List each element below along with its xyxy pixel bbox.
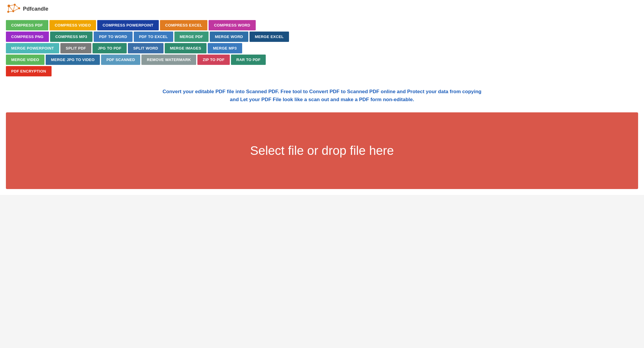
nav-pdf-scanned[interactable]: PDF SCANNED (101, 55, 140, 65)
nav-remove-watermark[interactable]: REMOVE WATERMARK (141, 55, 196, 65)
nav-compress-powerpoint[interactable]: COMPRESS POWERPOINT (97, 20, 159, 30)
nav-compress-video[interactable]: COMPRESS VIDEO (49, 20, 96, 30)
nav-merge-mp3[interactable]: MERGE MP3 (208, 43, 242, 53)
logo-icon (6, 3, 21, 15)
drop-zone-text: Select file or drop file here (250, 144, 394, 158)
nav-merge-images[interactable]: MERGE IMAGES (165, 43, 207, 53)
nav-jpg-to-pdf[interactable]: JPG TO PDF (93, 43, 127, 53)
header: Pdfcandle (0, 0, 644, 18)
nav-compress-png[interactable]: COMPRESS PNG (6, 32, 49, 42)
svg-line-6 (15, 5, 19, 8)
svg-line-7 (9, 6, 13, 11)
nav-zip-to-pdf[interactable]: ZIP TO PDF (197, 55, 230, 65)
nav-pdf-to-excel[interactable]: PDF TO EXCEL (134, 32, 173, 42)
nav-compress-word[interactable]: COMPRESS WORD (209, 20, 255, 30)
nav-row-5: PDF ENCRYPTION (6, 66, 638, 76)
svg-line-11 (13, 5, 15, 11)
nav-row-2: COMPRESS PNG COMPRESS MP3 PDF TO WORD PD… (6, 32, 638, 42)
nav-split-pdf[interactable]: SPLIT PDF (60, 43, 91, 53)
nav-split-word[interactable]: SPLIT WORD (128, 43, 164, 53)
main-content: Convert your editable PDF file into Scan… (0, 79, 644, 195)
logo-area: Pdfcandle (6, 3, 48, 15)
nav-compress-pdf[interactable]: COMPRESS PDF (6, 20, 48, 30)
nav-row-4: MERGE VIDEO MERGE JPG TO VIDEO PDF SCANN… (6, 55, 638, 65)
description-line1: Convert your editable PDF file into Scan… (163, 89, 481, 94)
drop-zone[interactable]: Select file or drop file here (6, 112, 638, 189)
nav-rar-to-pdf[interactable]: RAR TO PDF (231, 55, 266, 65)
svg-line-9 (13, 8, 19, 11)
nav-row-3: MERGE POWERPOINT SPLIT PDF JPG TO PDF SP… (6, 43, 638, 53)
nav-merge-excel[interactable]: MERGE EXCEL (250, 32, 289, 42)
nav-merge-powerpoint[interactable]: MERGE POWERPOINT (6, 43, 59, 53)
nav-pdf-to-word[interactable]: PDF TO WORD (94, 32, 133, 42)
nav-area: COMPRESS PDF COMPRESS VIDEO COMPRESS POW… (0, 18, 644, 79)
nav-compress-excel[interactable]: COMPRESS EXCEL (160, 20, 208, 30)
nav-compress-mp3[interactable]: COMPRESS MP3 (50, 32, 93, 42)
nav-merge-word[interactable]: MERGE WORD (210, 32, 248, 42)
description: Convert your editable PDF file into Scan… (6, 88, 638, 104)
nav-merge-video[interactable]: MERGE VIDEO (6, 55, 44, 65)
description-line2: and Let your PDF File look like a scan o… (230, 97, 414, 102)
nav-merge-pdf[interactable]: MERGE PDF (174, 32, 209, 42)
nav-pdf-encryption[interactable]: PDF ENCRYPTION (6, 66, 52, 76)
logo-text: Pdfcandle (23, 6, 48, 12)
nav-merge-jpg-to-video[interactable]: MERGE JPG TO VIDEO (46, 55, 100, 65)
nav-row-1: COMPRESS PDF COMPRESS VIDEO COMPRESS POW… (6, 20, 638, 30)
